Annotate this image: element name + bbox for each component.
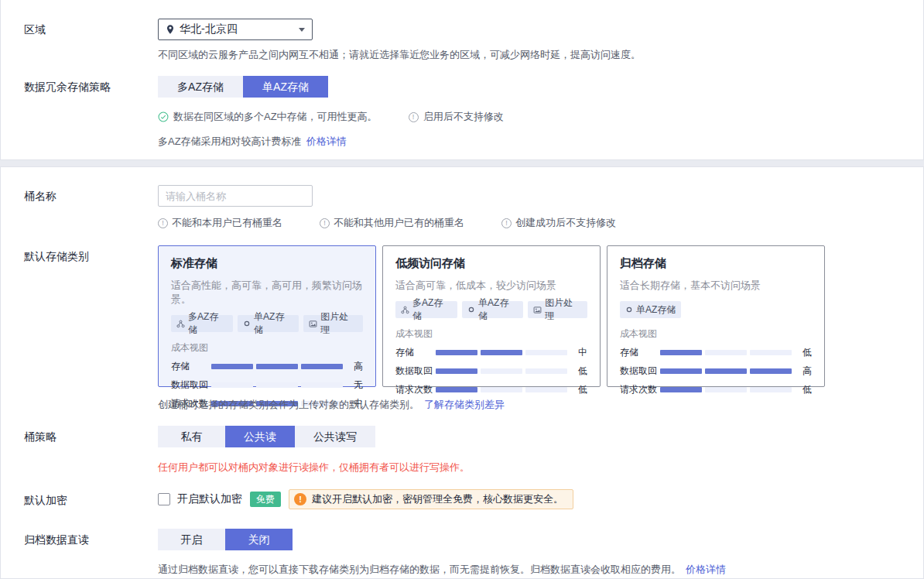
bucket-name-hint: 创建成功后不支持修改	[501, 216, 616, 230]
cost-bar-segment	[750, 368, 792, 374]
cost-row: 请求次数低	[620, 383, 812, 396]
cost-bar-segment	[750, 387, 792, 392]
create-bucket-form: 区域 华北-北京四 不同区域的云服务产品之间内网互不相通；请就近选择靠近您业务的…	[0, 0, 924, 579]
cost-row-level: 无	[343, 379, 363, 392]
cost-bars	[660, 387, 792, 392]
card-desc: 适合长期存储，基本不访问场景	[620, 279, 812, 293]
cost-row-level: 低	[567, 365, 587, 378]
cost-row-level: 高	[792, 365, 812, 378]
option-button-多AZ存储[interactable]: 多AZ存储	[158, 76, 243, 98]
card-tags: 多AZ存储单AZ存储图片处理	[395, 301, 587, 318]
cost-bars	[436, 387, 567, 392]
storage-class-card-3[interactable]: 归档存储适合长期存储，基本不访问场景单AZ存储成本视图存储低数据取回高请求次数低	[607, 245, 825, 387]
card-title: 标准存储	[171, 256, 363, 271]
region-select[interactable]: 华北-北京四	[158, 19, 313, 40]
option-button-公共读[interactable]: 公共读	[225, 426, 295, 447]
cost-row-level: 低	[567, 383, 587, 396]
region-label: 区域	[1, 19, 158, 62]
cost-bar-segment	[660, 350, 702, 355]
cost-bar-segment	[525, 387, 567, 392]
chevron-down-icon	[299, 28, 305, 32]
storage-class-diff-link[interactable]: 了解存储类别差异	[424, 399, 505, 410]
cost-bar-segment	[436, 350, 477, 355]
cost-row-label: 存储	[620, 346, 660, 359]
cost-bar-segment	[660, 368, 702, 374]
bucket-settings-panel: 桶名称 不能和本用户已有桶重名不能和其他用户已有的桶重名创建成功后不支持修改 默…	[0, 166, 924, 579]
cost-row-level: 中	[567, 346, 587, 359]
redundancy-options: 多AZ存储单AZ存储	[158, 76, 923, 98]
redundancy-label: 数据冗余存储策略	[1, 76, 158, 149]
storage-class-note: 创建桶时选择的存储类别会作为上传对象的默认存储类别。	[158, 399, 419, 410]
cost-bars	[660, 350, 792, 355]
check-circle-icon	[158, 111, 169, 122]
redundancy-price-note: 多AZ存储采用相对较高计费标准	[158, 135, 302, 147]
info-icon	[501, 218, 512, 228]
card-tag-label: 单AZ存储	[254, 310, 293, 337]
bucket-policy-label: 桶策略	[1, 426, 158, 475]
card-tag: 单AZ存储	[238, 315, 299, 332]
redundancy-info-note-wrap: 启用后不支持修改	[409, 110, 504, 124]
cost-bars	[211, 364, 343, 369]
card-tags: 单AZ存储	[620, 301, 812, 318]
option-button-单AZ存储[interactable]: 单AZ存储	[243, 76, 328, 98]
cost-row-label: 存储	[171, 360, 211, 373]
single-az-icon	[467, 306, 475, 313]
card-tags: 多AZ存储单AZ存储图片处理	[171, 315, 363, 332]
encryption-checkbox-label[interactable]: 开启默认加密	[177, 492, 242, 506]
bucket-name-hints: 不能和本用户已有桶重名不能和其他用户已有的桶重名创建成功后不支持修改	[158, 216, 923, 230]
card-tag: 多AZ存储	[395, 301, 457, 318]
card-tag: 单AZ存储	[620, 301, 681, 318]
card-tag-label: 单AZ存储	[636, 303, 676, 317]
bucket-policy-row: 桶策略 私有公共读公共读写 任何用户都可以对桶内对象进行读操作，仅桶拥有者可以进…	[1, 426, 923, 475]
cost-row-label: 数据取回	[620, 365, 660, 378]
encryption-label: 默认加密	[1, 489, 158, 511]
region-row: 区域 华北-北京四 不同区域的云服务产品之间内网互不相通；请就近选择靠近您业务的…	[1, 19, 923, 62]
cost-view-label: 成本视图	[620, 327, 812, 341]
single-az-icon	[243, 320, 251, 327]
cost-bar-segment	[301, 382, 343, 388]
price-detail-link[interactable]: 价格详情	[306, 135, 347, 147]
cost-bar-segment	[705, 387, 747, 392]
card-tag: 图片处理	[528, 301, 587, 318]
cost-row: 存储高	[171, 360, 363, 373]
cost-view-label: 成本视图	[171, 341, 363, 355]
card-desc: 适合高可靠，低成本，较少访问场景	[395, 279, 587, 293]
cost-bar-segment	[481, 368, 522, 374]
redundancy-check-note: 数据在同区域的多个AZ中存储，可用性更高。	[173, 110, 378, 124]
card-title: 归档存储	[620, 256, 812, 271]
info-icon	[158, 218, 168, 228]
cost-bars	[436, 350, 567, 355]
encryption-checkbox[interactable]	[158, 493, 170, 505]
bucket-name-hint: 不能和其他用户已有的桶重名	[320, 216, 464, 230]
bucket-name-input[interactable]	[158, 185, 313, 207]
cost-bar-segment	[481, 350, 522, 355]
option-button-开启[interactable]: 开启	[158, 529, 225, 550]
archive-direct-read-help: 通过归档数据直读，您可以直接下载存储类别为归档存储的数据，而无需提前恢复。归档数…	[158, 563, 923, 577]
storage-class-card-2[interactable]: 低频访问存储适合高可靠，低成本，较少访问场景多AZ存储单AZ存储图片处理成本视图…	[382, 245, 601, 387]
cost-row: 存储中	[395, 346, 587, 359]
cost-row: 存储低	[620, 346, 812, 359]
multi-az-icon	[401, 306, 409, 314]
card-tag-label: 图片处理	[320, 310, 358, 337]
option-button-公共读写[interactable]: 公共读写	[295, 426, 375, 447]
option-button-私有[interactable]: 私有	[158, 426, 225, 447]
cost-bar-segment	[705, 368, 747, 374]
cost-bar-segment	[256, 382, 298, 388]
cost-bar-segment	[525, 368, 567, 374]
card-tag-label: 单AZ存储	[478, 296, 518, 323]
cost-bars	[211, 382, 343, 388]
warning-icon	[294, 493, 306, 505]
image-process-icon	[533, 306, 542, 314]
cost-row-level: 低	[792, 383, 812, 396]
option-button-关闭[interactable]: 关闭	[225, 529, 293, 550]
info-icon	[320, 218, 330, 228]
cost-bar-segment	[211, 364, 253, 369]
archive-price-detail-link[interactable]: 价格详情	[686, 564, 726, 575]
storage-class-note-line: 创建桶时选择的存储类别会作为上传对象的默认存储类别。了解存储类别差异	[158, 398, 923, 412]
redundancy-info-note: 启用后不支持修改	[423, 110, 504, 124]
cost-row: 数据取回高	[620, 365, 812, 378]
cost-row-label: 数据取回	[171, 379, 211, 392]
storage-class-card-1[interactable]: 标准存储适合高性能，高可靠，高可用，频繁访问场景。多AZ存储单AZ存储图片处理成…	[158, 245, 376, 387]
info-icon	[409, 112, 419, 122]
archive-help-text: 通过归档数据直读，您可以直接下载存储类别为归档存储的数据，而无需提前恢复。归档数…	[158, 564, 681, 575]
